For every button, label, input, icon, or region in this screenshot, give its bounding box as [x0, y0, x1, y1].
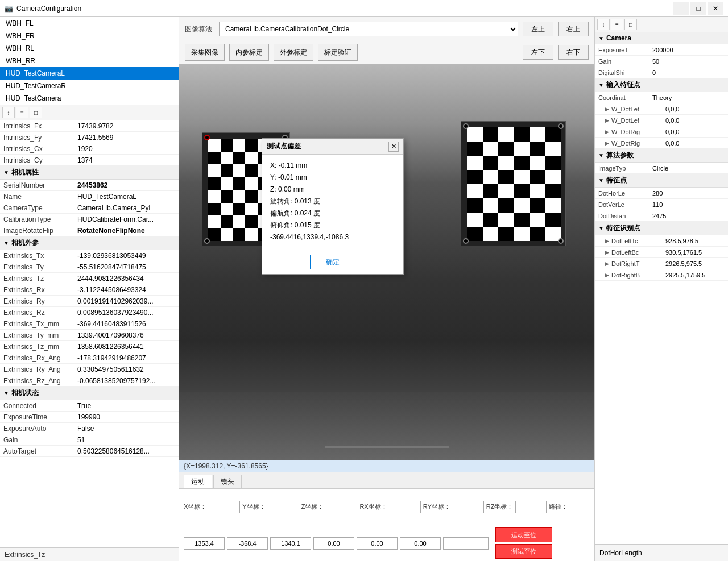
- rp-section-algo[interactable]: ▼ 算法参数: [595, 149, 728, 163]
- section-ext[interactable]: ▼ 相机外参: [0, 236, 179, 250]
- btn-topleft[interactable]: 左上: [523, 22, 553, 36]
- right-extra-btn[interactable]: □: [624, 19, 637, 30]
- prop-image-rotate: ImageRotateFlip RotateNoneFlipNone: [0, 225, 179, 236]
- dialog-overlay: 测试点偏差 ✕ X: -0.11 mm Y: -0.01 mm Z: 0.00 …: [179, 64, 594, 460]
- y-input[interactable]: [268, 501, 299, 513]
- algo-select[interactable]: CameraLib.CameraCalibrationDot_Circle: [219, 22, 518, 36]
- rp-dotlefttc[interactable]: ▶ DotLeftTc 928.5,978.5: [595, 235, 728, 247]
- coords-bar: {X=1998.312, Y=-361.8565}: [179, 460, 594, 472]
- rp-w-dotlef2[interactable]: ▶ W_DotLef 0,0,0: [595, 115, 728, 126]
- rp-section-input[interactable]: ▼ 输入特征点: [595, 78, 728, 92]
- motion-tabs: 运动 镜头: [179, 472, 594, 489]
- tab-lens[interactable]: 镜头: [213, 475, 242, 488]
- ry-val-input[interactable]: [357, 537, 398, 550]
- intrinsic-btn[interactable]: 内参标定: [229, 44, 269, 61]
- right-sort-btn[interactable]: ↕: [597, 19, 610, 30]
- props-toolbar: ↕ ≡ □: [0, 105, 179, 120]
- minimize-button[interactable]: ─: [673, 2, 689, 15]
- props-sort-btn[interactable]: ↕: [2, 107, 15, 118]
- props-cat-btn[interactable]: ≡: [16, 107, 28, 118]
- rp-gain: Gain 50: [595, 56, 728, 67]
- extrinsic-btn[interactable]: 外参标定: [274, 44, 313, 61]
- prop-gain: Gain 51: [0, 434, 179, 446]
- prop-intrinsics-fy: Intrinsics_Fy 17421.5569: [0, 132, 179, 143]
- prop-ext-tx-mm: Extrinsics_Tx_mm -369.44160483911526: [0, 318, 179, 330]
- ry-input[interactable]: [453, 501, 484, 513]
- camera-item-hud-testcamera[interactable]: HUD_TestCamera: [0, 92, 179, 105]
- close-button[interactable]: ✕: [708, 2, 723, 15]
- camera-item-wbh-rl[interactable]: WBH_RL: [0, 42, 179, 55]
- y-val-input[interactable]: [227, 537, 268, 550]
- dialog-close-btn[interactable]: ✕: [388, 142, 399, 152]
- rp-image-typ: ImageTyp Circle: [595, 163, 728, 174]
- prop-name: Name HUD_TestCameraL: [0, 191, 179, 202]
- tab-motion[interactable]: 运动: [184, 475, 212, 488]
- rp-input-label: 输入特征点: [606, 80, 640, 90]
- rp-detect-label: 特征识别点: [606, 223, 640, 233]
- capture-btn[interactable]: 采集图像: [185, 44, 225, 61]
- rp-dothorle: DotHorLe 280: [595, 188, 728, 199]
- x-val-input[interactable]: [184, 537, 225, 550]
- rp-exposure-t: ExposureT 200000: [595, 44, 728, 56]
- camera-item-wbh-fl[interactable]: WBH_FL: [0, 17, 179, 30]
- app-title: CameraConfiguration: [16, 5, 81, 13]
- camera-item-wbh-rr[interactable]: WBH_RR: [0, 55, 179, 67]
- rp-dotrightt[interactable]: ▶ DotRightT 2926.5,975.5: [595, 258, 728, 269]
- btn-bottomright[interactable]: 右下: [558, 45, 589, 60]
- dialog-title: 测试点偏差: [267, 142, 301, 151]
- dialog-rotate: 旋转角: 0.013 度: [270, 196, 395, 206]
- algo-label: 图像算法: [185, 24, 212, 34]
- rp-algo-label: 算法参数: [606, 151, 634, 160]
- section-status[interactable]: ▼ 相机状态: [0, 387, 179, 400]
- right-toolbar: ↕ ≡ □: [595, 17, 728, 32]
- props-extra-btn[interactable]: □: [30, 107, 42, 118]
- btn-topright[interactable]: 右上: [558, 22, 589, 36]
- camera-item-wbh-fr[interactable]: WBH_FR: [0, 30, 179, 42]
- app-icon: 📷: [5, 5, 13, 13]
- calib1-btn[interactable]: 运动至位: [495, 527, 552, 542]
- dialog-z: Z: 0.00 mm: [270, 184, 395, 194]
- x-input[interactable]: [209, 501, 240, 513]
- coord-labels-row: X坐标： Y坐标： Z坐标： RX坐标： RY坐标： RZ坐标： 路径： 到测试…: [179, 489, 594, 525]
- rz-label: RZ坐标：: [486, 502, 514, 511]
- rp-dotleftbc[interactable]: ▶ DotLeftBc 930.5,1761.5: [595, 247, 728, 258]
- prop-intrinsics-fx: Intrinsics_Fx 17439.9782: [0, 120, 179, 132]
- y-label: Y坐标：: [242, 502, 265, 511]
- status-text: Extrinsics_Tz: [5, 551, 45, 559]
- rp-w-dotlef1[interactable]: ▶ W_DotLef 0,0,0: [595, 103, 728, 115]
- right-panel: ↕ ≡ □ ▼ Camera ExposureT 200000 Gain 50 …: [594, 17, 728, 561]
- z-val-input[interactable]: [270, 537, 311, 550]
- rp-w-dotrig2[interactable]: ▶ W_DotRig 0,0,0: [595, 138, 728, 149]
- center-panel: 图像算法 CameraLib.CameraCalibrationDot_Circ…: [179, 17, 594, 561]
- motion-values-row: 运动至位 测试至位: [179, 525, 594, 561]
- calib2-btn[interactable]: 测试至位: [495, 544, 552, 559]
- prop-ext-tz: Extrinsics_Tz 2444.9081226356434: [0, 273, 179, 284]
- maximize-button[interactable]: □: [690, 2, 706, 15]
- dialog-ok-btn[interactable]: 确定: [310, 255, 355, 269]
- rp-section-feat[interactable]: ▼ 特征点: [595, 174, 728, 188]
- section-camera-attr[interactable]: ▼ 相机属性: [0, 166, 179, 180]
- prop-ext-rx: Extrinsics_Rx -3.1122445086493324: [0, 284, 179, 296]
- prop-ext-tz-mm: Extrinsics_Tz_mm 1358.6081226356441: [0, 341, 179, 352]
- rp-section-camera[interactable]: ▼ Camera: [595, 32, 728, 44]
- rp-w-dotrig1[interactable]: ▶ W_DotRig 0,0,0: [595, 126, 728, 138]
- right-cat-btn[interactable]: ≡: [611, 19, 623, 30]
- prop-camera-type: CameraType CameraLib.Camera_Pyl: [0, 202, 179, 214]
- rp-section-detect[interactable]: ▼ 特征识别点: [595, 222, 728, 235]
- camera-item-hud-testcameral[interactable]: HUD_TestCameraL: [0, 67, 179, 80]
- prop-ext-ty-mm: Extrinsics_Ty_mm 1339.4001709608376: [0, 330, 179, 341]
- btn-bottomleft[interactable]: 左下: [523, 45, 553, 60]
- verify-btn[interactable]: 标定验证: [318, 44, 358, 61]
- left-panel: WBH_FL WBH_FR WBH_RL WBH_RR HUD_TestCame…: [0, 17, 179, 561]
- path-input[interactable]: [570, 501, 594, 513]
- rz-val-input[interactable]: [400, 537, 441, 550]
- props-panel: ↕ ≡ □ Intrinsics_Fx 17439.9782 Intrinsic…: [0, 105, 179, 547]
- z-input[interactable]: [326, 501, 357, 513]
- rp-dotrightb[interactable]: ▶ DotRightB 2925.5,1759.5: [595, 269, 728, 281]
- camera-item-hud-testcamerar[interactable]: HUD_TestCameraR: [0, 80, 179, 92]
- rx-input[interactable]: [390, 501, 421, 513]
- rz-input[interactable]: [515, 501, 547, 513]
- path-val-input[interactable]: [443, 537, 489, 550]
- rp-dotverle: DotVerLe 110: [595, 199, 728, 210]
- rx-val-input[interactable]: [313, 537, 354, 550]
